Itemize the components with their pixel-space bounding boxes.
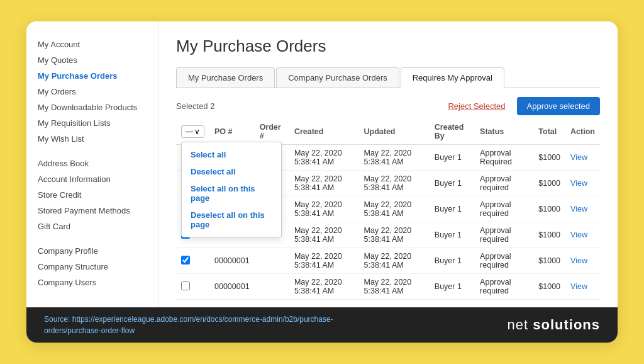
dropdown-dash: — [186,127,193,136]
chevron-down-icon: ∨ [194,127,200,136]
header-row: — ∨ Select allDeselect allSelect all on … [176,119,600,145]
sidebar-item-my-requisition-lists[interactable]: My Requisition Lists [26,115,158,131]
sidebar-item-gift-card[interactable]: Gift Card [26,219,158,234]
selected-count: Selected 2 [176,101,214,111]
row-created-by: Buyer 1 [430,196,475,222]
header-created-by: Created By [430,119,475,145]
card-body: My AccountMy QuotesMy Purchase OrdersMy … [26,21,618,307]
tab-my-purchase-orders[interactable]: My Purchase Orders [176,67,275,88]
sidebar-item-address-book[interactable]: Address Book [26,156,158,171]
sidebar-item-company-users[interactable]: Company Users [26,275,158,290]
reject-selected-button[interactable]: Reject Selected [443,99,510,113]
row-po: 00000001 [209,248,255,274]
table-row: 00000001May 22, 2020 5:38:41 AMMay 22, 2… [176,248,600,274]
row-action-cell: View [565,274,600,300]
row-total: $1000 [533,222,565,248]
row-checkbox-cell [176,248,209,274]
view-link[interactable]: View [570,179,587,188]
row-updated: May 22, 2020 5:38:41 AM [359,274,430,300]
row-order [255,274,289,300]
footer-source: Source: https://experienceleague.adobe.c… [44,314,346,336]
row-created-by: Buyer 1 [430,171,475,196]
main-content: My Purchase Orders My Purchase OrdersCom… [158,21,618,307]
row-created-by: Buyer 1 [430,222,475,248]
row-status: Approval required [475,171,533,196]
header-updated: Updated [359,119,430,145]
row-status: Approval required [475,274,533,300]
sidebar-item-my-quotes[interactable]: My Quotes [26,52,158,68]
table-header: — ∨ Select allDeselect allSelect all on … [176,119,600,145]
row-action-cell: View [565,145,600,171]
row-created: May 22, 2020 5:38:41 AM [289,171,359,196]
row-created: May 22, 2020 5:38:41 AM [289,145,359,171]
row-action-cell: View [565,248,600,274]
row-status: Approval required [475,196,533,222]
sidebar-item-my-downloadable-products[interactable]: My Downloadable Products [26,100,158,115]
view-link[interactable]: View [570,230,587,239]
sidebar-item-my-purchase-orders[interactable]: My Purchase Orders [26,68,158,84]
dropdown-item-deselect-all-on-this-page[interactable]: Deselect all on this page [182,207,281,233]
row-action-cell: View [565,222,600,248]
toolbar-row: Selected 2 Reject Selected Approve selec… [176,97,600,115]
view-link[interactable]: View [570,256,587,265]
row-action-cell: View [565,171,600,196]
row-created-by: Buyer 1 [430,248,475,274]
main-card: My AccountMy QuotesMy Purchase OrdersMy … [26,21,618,343]
tab-company-purchase-orders[interactable]: Company Purchase Orders [276,67,399,88]
row-checkbox[interactable] [181,282,190,290]
footer-source-label: Source: [44,315,72,324]
select-dropdown-button[interactable]: — ∨ [181,125,204,138]
row-created: May 22, 2020 5:38:41 AM [289,196,359,222]
row-updated: May 22, 2020 5:38:41 AM [359,222,430,248]
row-total: $1000 [533,248,565,274]
header-total: Total [533,119,565,145]
tabs-bar: My Purchase OrdersCompany Purchase Order… [176,67,600,88]
row-total: $1000 [533,274,565,300]
sidebar-item-my-account[interactable]: My Account [26,37,158,52]
sidebar-item-stored-payment-methods[interactable]: Stored Payment Methods [26,203,158,219]
header-po: PO # [209,119,255,145]
row-created-by: Buyer 1 [430,145,475,171]
header-action: Action [565,119,600,145]
dropdown-item-deselect-all[interactable]: Deselect all [182,163,281,180]
footer-source-url: https://experienceleague.adobe.com/en/do… [44,315,333,335]
sidebar-item-company-profile[interactable]: Company Profile [26,243,158,259]
footer-brand: net solutions [508,317,600,333]
sidebar: My AccountMy QuotesMy Purchase OrdersMy … [26,21,158,307]
row-status: Approval Required [475,145,533,171]
row-action-cell: View [565,196,600,222]
row-po: 00000001 [209,274,255,300]
purchase-orders-table: — ∨ Select allDeselect allSelect all on … [176,119,600,300]
row-updated: May 22, 2020 5:38:41 AM [359,196,430,222]
row-updated: May 22, 2020 5:38:41 AM [359,171,430,196]
tab-requires-my-approval[interactable]: Requires My Approval [401,67,504,88]
row-checkbox-cell [176,274,209,300]
sidebar-item-store-credit[interactable]: Store Credit [26,187,158,203]
row-updated: May 22, 2020 5:38:41 AM [359,248,430,274]
dropdown-item-select-all-on-this-page[interactable]: Select all on this page [182,180,281,207]
view-link[interactable]: View [570,153,587,162]
row-status: Approval required [475,248,533,274]
sidebar-item-account-information[interactable]: Account Information [26,171,158,187]
view-link[interactable]: View [570,205,587,213]
row-created: May 22, 2020 5:38:41 AM [289,222,359,248]
row-checkbox[interactable] [181,256,190,264]
row-created-by: Buyer 1 [430,274,475,300]
row-status: Approval required [475,222,533,248]
sidebar-item-company-structure[interactable]: Company Structure [26,259,158,275]
approve-selected-button[interactable]: Approve selected [517,97,600,115]
sidebar-item-my-wish-list[interactable]: My Wish List [26,131,158,147]
header-order: Order # [255,119,289,145]
header-status: Status [475,119,533,145]
toolbar-actions: Reject Selected Approve selected [443,97,600,115]
row-total: $1000 [533,145,565,171]
select-dropdown-menu: Select allDeselect allSelect all on this… [181,142,282,237]
row-order [255,248,289,274]
select-dropdown-wrapper: — ∨ Select allDeselect allSelect all on … [181,125,204,138]
dropdown-item-select-all[interactable]: Select all [182,146,281,163]
row-created: May 22, 2020 5:38:41 AM [289,274,359,300]
header-created: Created [289,119,359,145]
sidebar-item-my-orders[interactable]: My Orders [26,84,158,100]
footer: Source: https://experienceleague.adobe.c… [26,307,618,343]
view-link[interactable]: View [570,282,587,291]
